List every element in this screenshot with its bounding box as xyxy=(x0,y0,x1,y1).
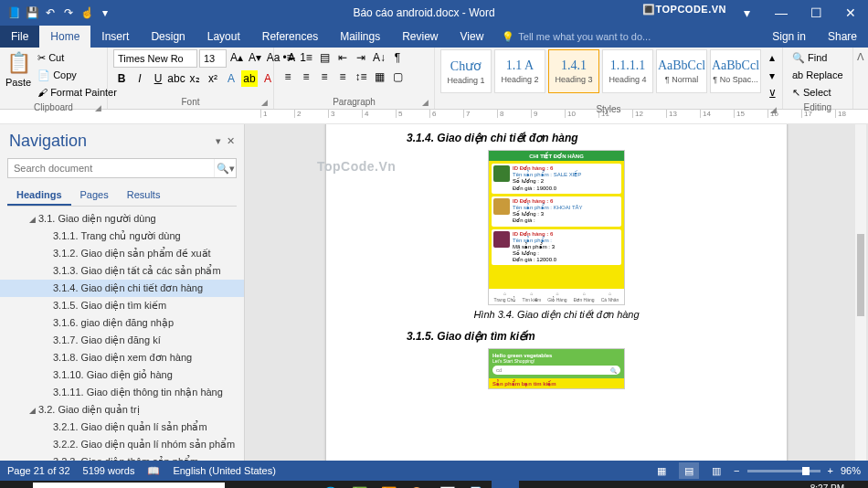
nav-tab-pages[interactable]: Pages xyxy=(71,186,118,206)
zoom-slider[interactable] xyxy=(747,470,820,472)
scrollbar-vertical[interactable] xyxy=(855,124,866,461)
dialog-launcher[interactable]: ◢ xyxy=(770,105,777,114)
styles-down[interactable]: ▾ xyxy=(764,68,780,84)
superscript-button[interactable]: x² xyxy=(205,70,221,87)
underline-button[interactable]: U xyxy=(150,70,166,87)
page-indicator[interactable]: Page 21 of 32 xyxy=(7,465,70,476)
dialog-launcher[interactable]: ◢ xyxy=(261,98,268,107)
nav-item[interactable]: 3.2.3. Giao diện thêm sản phẩm xyxy=(0,453,244,461)
highlight-button[interactable]: ab xyxy=(241,70,258,87)
tb-explorer[interactable]: 📁 xyxy=(287,481,314,488)
collapse-ribbon[interactable]: ᐱ xyxy=(857,51,864,63)
tb-app[interactable]: 📄 xyxy=(462,481,490,488)
nav-item[interactable]: ◢3.2. Giao diện quản trị xyxy=(0,401,244,419)
tab-references[interactable]: References xyxy=(251,26,329,48)
style-heading-3[interactable]: 1.4.1Heading 3 xyxy=(548,49,599,93)
nav-tab-headings[interactable]: Headings xyxy=(7,186,71,206)
bullets-button[interactable]: •≡ xyxy=(280,49,296,66)
tab-file[interactable]: File xyxy=(0,26,39,48)
styles-up[interactable]: ▴ xyxy=(764,49,780,66)
dialog-launcher[interactable]: ◢ xyxy=(422,98,429,107)
nav-tab-results[interactable]: Results xyxy=(118,186,170,206)
maximize-button[interactable]: ☐ xyxy=(799,0,833,26)
tb-app[interactable]: 🎨 xyxy=(404,481,431,488)
nav-tree[interactable]: ◢3.1. Giao diện người dùng3.1.1. Trang c… xyxy=(0,207,244,461)
numbering-button[interactable]: 1≡ xyxy=(298,49,314,66)
nav-item[interactable]: 3.1.11. Giao diện thông tin nhận hàng xyxy=(0,384,244,401)
nav-item[interactable]: 3.1.3. Giao diện tất cả các sản phẩm xyxy=(0,262,244,280)
replace-button[interactable]: abReplace xyxy=(789,67,847,83)
nav-item[interactable]: 3.1.5. Giao diện tìm kiếm xyxy=(0,297,244,314)
multilevel-button[interactable]: ▤ xyxy=(316,49,333,66)
qa-undo[interactable]: ↶ xyxy=(42,5,58,21)
nav-close[interactable]: ✕ xyxy=(227,135,235,147)
qa-save[interactable]: 💾 xyxy=(24,5,40,21)
style--normal[interactable]: AaBbCcl¶ Normal xyxy=(656,49,707,93)
nav-item[interactable]: 3.1.1. Trang chủ người dùng xyxy=(0,228,244,245)
find-button[interactable]: 🔍Find xyxy=(789,49,847,66)
styles-more[interactable]: ⊻ xyxy=(764,86,780,102)
qa-touch[interactable]: ☝ xyxy=(79,5,95,21)
print-layout[interactable]: ▤ xyxy=(679,462,699,479)
word-count[interactable]: 5199 words xyxy=(83,465,135,476)
nav-item[interactable]: ◢3.1. Giao diện người dùng xyxy=(0,210,244,228)
grow-font[interactable]: A▴ xyxy=(228,49,245,66)
ribbon-options[interactable]: ▾ xyxy=(729,0,764,26)
align-center[interactable]: ≡ xyxy=(298,69,314,85)
nav-item[interactable]: 3.1.6. giao diện đăng nhập xyxy=(0,314,244,332)
tab-design[interactable]: Design xyxy=(140,26,196,48)
share-button[interactable]: Share xyxy=(817,26,868,48)
decrease-indent[interactable]: ⇤ xyxy=(334,49,351,66)
search-icon[interactable]: 🔍▾ xyxy=(214,159,236,177)
qa-redo[interactable]: ↷ xyxy=(60,5,77,21)
paste-button[interactable]: 📋Paste xyxy=(5,49,31,88)
style-heading-2[interactable]: 1.1 AHeading 2 xyxy=(494,49,545,93)
sign-in[interactable]: Sign in xyxy=(761,26,817,48)
show-marks[interactable]: ¶ xyxy=(389,49,406,66)
style-heading-4[interactable]: 1.1.1.1Heading 4 xyxy=(602,49,653,93)
align-right[interactable]: ≡ xyxy=(316,69,333,85)
tab-home[interactable]: Home xyxy=(39,26,90,48)
style-heading-1[interactable]: ChươHeading 1 xyxy=(440,49,492,93)
subscript-button[interactable]: x₂ xyxy=(186,70,203,87)
taskbar-search[interactable]: 🔍Type here to search xyxy=(33,483,225,488)
line-spacing[interactable]: ↕≡ xyxy=(353,69,369,85)
align-left[interactable]: ≡ xyxy=(280,69,296,85)
tab-insert[interactable]: Insert xyxy=(90,26,140,48)
nav-search[interactable]: 🔍▾ xyxy=(7,158,237,178)
increase-indent[interactable]: ⇥ xyxy=(353,49,369,66)
tb-edge[interactable]: 🌐 xyxy=(316,481,344,488)
tb-app[interactable]: 🛍 xyxy=(258,481,285,488)
shading-button[interactable]: ▦ xyxy=(371,69,387,85)
select-button[interactable]: ↖Select xyxy=(789,84,847,101)
tb-word[interactable]: W xyxy=(492,481,519,488)
tab-view[interactable]: View xyxy=(450,26,495,48)
close-button[interactable]: ✕ xyxy=(833,0,868,26)
web-layout[interactable]: ▥ xyxy=(706,462,726,479)
spell-icon[interactable]: 📖 xyxy=(147,465,160,477)
font-size-select[interactable]: 13 xyxy=(199,49,227,68)
tab-layout[interactable]: Layout xyxy=(196,26,251,48)
nav-item[interactable]: 3.1.8. Giao diện xem đơn hàng xyxy=(0,349,244,366)
nav-item[interactable]: 3.1.10. Giao diện giỏ hàng xyxy=(0,366,244,384)
tell-me[interactable]: 💡Tell me what you want to do... xyxy=(502,26,651,48)
tab-mailings[interactable]: Mailings xyxy=(329,26,391,48)
justify[interactable]: ≡ xyxy=(334,69,351,85)
search-input[interactable] xyxy=(8,159,214,177)
zoom-out[interactable]: − xyxy=(734,465,739,476)
style--no-spac-[interactable]: AaBbCcl¶ No Spac... xyxy=(710,49,761,93)
tb-app[interactable]: 📊 xyxy=(433,481,460,488)
nav-item[interactable]: 3.1.7. Giao diện đăng kí xyxy=(0,332,244,349)
styles-gallery[interactable]: ChươHeading 11.1 AHeading 21.4.1Heading … xyxy=(440,49,777,102)
tb-app[interactable]: 🟧 xyxy=(375,481,402,488)
borders-button[interactable]: ▢ xyxy=(389,69,406,85)
font-name-select[interactable]: Times New Ro xyxy=(113,49,197,68)
zoom-in[interactable]: + xyxy=(828,465,833,476)
text-effects[interactable]: A xyxy=(223,70,239,87)
shrink-font[interactable]: A▾ xyxy=(247,49,263,66)
nav-item[interactable]: 3.1.2. Giao diện sản phẩm đề xuất xyxy=(0,245,244,262)
nav-item[interactable]: 3.1.4. Giao diện chi tiết đơn hàng xyxy=(0,280,244,297)
task-view[interactable]: ⧉ xyxy=(228,481,256,488)
nav-item[interactable]: 3.2.2. Giao diện quản lí nhóm sản phẩm xyxy=(0,436,244,453)
minimize-button[interactable]: — xyxy=(764,0,799,26)
